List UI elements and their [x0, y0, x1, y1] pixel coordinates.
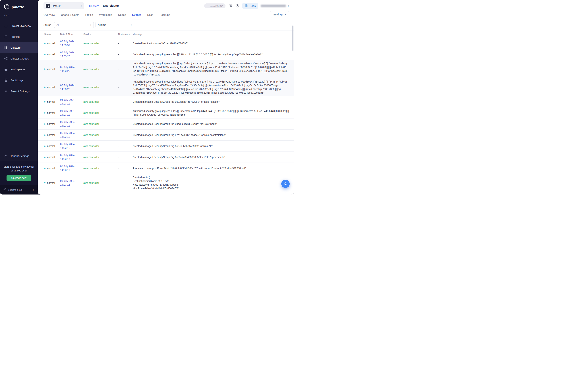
magnifier-icon — [283, 182, 287, 186]
sidebar-item-tenant-settings[interactable]: Tenant Settings — [0, 150, 38, 161]
tab-nodes[interactable]: Nodes — [118, 11, 126, 19]
event-time: 14:03:19 — [60, 102, 83, 106]
tab-usage-costs[interactable]: Usage & Costs — [61, 11, 79, 19]
table-row[interactable]: normal 05 July 2024, 14:03:16 aws-contro… — [38, 192, 294, 194]
table-row[interactable]: normal 05 July 2024, 14:03:20 aws-contro… — [38, 49, 294, 60]
tab-workloads[interactable]: Workloads — [99, 11, 112, 19]
node-name-cell: - — [118, 156, 133, 159]
mini-chart-icon — [46, 4, 50, 8]
event-date: 05 July 2024, — [60, 164, 83, 168]
status-cell: normal — [38, 100, 60, 103]
message-cell: Authorized security group ingress rules … — [133, 53, 294, 56]
message-cell: Created route { DestinationCidrBlock: "0… — [133, 175, 294, 190]
event-time: 14:03:19 — [60, 113, 83, 117]
support-search-fab[interactable] — [281, 180, 290, 188]
message-cell: Created managed SecurityGroup "sg-0c37c8… — [133, 144, 294, 148]
docs-label: Docs — [250, 4, 255, 7]
node-name-cell: - — [118, 133, 133, 136]
node-name-cell: - — [118, 100, 133, 103]
events-table-body[interactable]: normal 05 July 2024, 14:03:52 aws-contro… — [38, 38, 294, 194]
event-time: 14:03:18 — [60, 135, 83, 139]
project-selector-dropdown[interactable]: Default ▾ — [44, 2, 84, 9]
sidebar-item-project-overview[interactable]: Project Overview — [0, 20, 38, 31]
status-label: normal — [47, 42, 55, 45]
target-icon — [4, 67, 8, 71]
status-label: normal — [47, 145, 55, 148]
date-time-cell: 05 July 2024, 14:03:16 — [60, 194, 83, 194]
table-row[interactable]: normal 05 July 2024, 14:03:16 aws-contro… — [38, 174, 294, 192]
settings-button[interactable]: Settings ▾ — [270, 11, 289, 18]
status-filter-dropdown[interactable]: All ▾ — [54, 22, 94, 28]
service-cell: aws-controller — [83, 100, 118, 103]
sidebar-item-project-settings[interactable]: Project Settings — [0, 86, 38, 97]
tab-scan[interactable]: Scan — [147, 11, 153, 19]
compass-icon[interactable] — [235, 4, 240, 8]
node-name-cell: - — [118, 86, 133, 89]
chat-icon[interactable] — [228, 4, 233, 8]
tab-backups[interactable]: Backups — [160, 11, 170, 19]
tab-overview[interactable]: Overview — [44, 11, 55, 19]
event-time: 14:03:20 — [60, 54, 83, 58]
upgrade-now-button[interactable]: Upgrade now — [6, 175, 31, 181]
status-cell: normal — [38, 123, 60, 125]
palette-logo-icon — [4, 4, 10, 10]
table-row[interactable]: normal 05 July 2024, 14:03:18 aws-contro… — [38, 119, 294, 130]
table-row[interactable]: normal 05 July 2024, 14:03:18 aws-contro… — [38, 130, 294, 141]
table-row[interactable]: normal 05 July 2024, 14:03:20 aws-contro… — [38, 78, 294, 96]
status-dot — [44, 123, 46, 125]
date-time-cell: 05 July 2024, 14:03:20 — [60, 65, 83, 73]
date-time-cell: 05 July 2024, 14:03:19 — [60, 98, 83, 106]
date-time-cell: 05 July 2024, 14:03:18 — [60, 120, 83, 128]
sidebar-item-workspaces[interactable]: Workspaces — [0, 64, 38, 75]
project-selector-value: Default — [52, 4, 79, 7]
table-row[interactable]: normal 05 July 2024, 14:03:52 aws-contro… — [38, 38, 294, 49]
tab-profile[interactable]: Profile — [85, 11, 93, 19]
sidebar-item-clusters[interactable]: Clusters — [0, 42, 38, 53]
event-time: 14:03:20 — [60, 87, 83, 91]
event-date: 05 July 2024, — [60, 153, 83, 157]
message-cell: Authorized security group ingress rules … — [133, 62, 294, 76]
scrollbar-thumb[interactable] — [292, 25, 293, 51]
user-account-redacted — [261, 5, 286, 7]
table-row[interactable]: normal 05 July 2024, 14:03:17 aws-contro… — [38, 152, 294, 163]
docs-button[interactable]: Docs — [242, 3, 258, 9]
node-name-cell: - — [118, 181, 133, 184]
breadcrumb-current-cluster: aws-cluster — [103, 4, 119, 7]
event-date: 05 July 2024, — [60, 83, 83, 87]
promo-text: Start small and only pay for what you us… — [3, 165, 34, 172]
event-time: 14:03:17 — [60, 168, 83, 172]
spectro-cloud-label: spectro cloud — [8, 189, 30, 191]
bar-chart-icon — [4, 24, 8, 28]
sidebar-item-cluster-groups[interactable]: Cluster Groups — [0, 53, 38, 64]
usage-quota-badge: 0.07/100kCh — [204, 3, 225, 8]
time-range-dropdown[interactable]: All time ▾ — [96, 22, 134, 28]
sidebar-item-label: Project Settings — [10, 90, 29, 93]
user-account-menu[interactable]: ▾ — [261, 4, 289, 7]
table-row[interactable]: normal 05 July 2024, 14:03:19 aws-contro… — [38, 107, 294, 119]
network-icon — [4, 57, 8, 61]
sidebar-item-audit-logs[interactable]: Audit Logs — [0, 75, 38, 86]
table-row[interactable]: normal 05 July 2024, 14:03:17 aws-contro… — [38, 163, 294, 174]
tabs: Overview Usage & Costs Profile Workloads… — [44, 11, 170, 19]
table-row[interactable]: normal 05 July 2024, 14:03:20 aws-contro… — [38, 60, 294, 78]
collapse-sidebar-icon[interactable]: ‹ — [31, 188, 35, 192]
status-label: normal — [47, 133, 55, 136]
event-date: 05 July 2024, — [60, 98, 83, 102]
status-cell: normal — [38, 181, 60, 184]
service-cell: aws-controller — [83, 167, 118, 170]
tab-events[interactable]: Events — [132, 11, 141, 19]
time-range-value: All time — [98, 23, 106, 26]
date-time-cell: 05 July 2024, 14:03:18 — [60, 142, 83, 150]
chevron-down-icon: ▾ — [288, 4, 289, 7]
layers-icon — [4, 35, 8, 39]
sidebar-nav: Project Overview Profiles Clusters Clust… — [0, 20, 38, 97]
main-content: Default ▾ / Clusters / aws-cluster 0.07/… — [38, 0, 294, 194]
table-row[interactable]: normal 05 July 2024, 14:03:18 aws-contro… — [38, 141, 294, 152]
message-cell: Created managed SecurityGroup "sg-07d1a4… — [133, 133, 294, 137]
event-date: 05 July 2024, — [60, 194, 83, 194]
breadcrumb-clusters-link[interactable]: Clusters — [89, 4, 99, 7]
status-label: normal — [47, 100, 55, 103]
table-row[interactable]: normal 05 July 2024, 14:03:19 aws-contro… — [38, 96, 294, 107]
sidebar-item-profiles[interactable]: Profiles — [0, 31, 38, 42]
column-header-status: Status — [38, 33, 60, 35]
